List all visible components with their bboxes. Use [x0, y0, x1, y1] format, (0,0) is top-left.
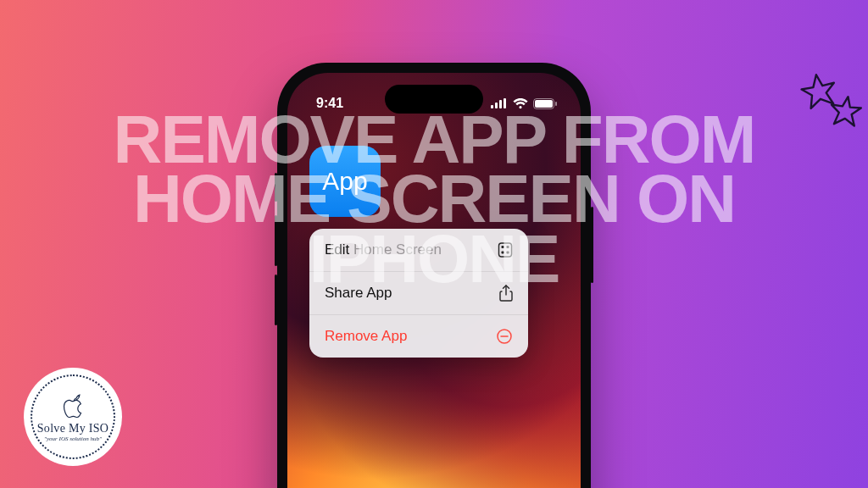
phone-volume-button-icon: [275, 274, 277, 325]
badge-dotted-ring-icon: [31, 374, 115, 459]
svg-rect-7: [499, 243, 512, 257]
menu-item-label: Remove App: [325, 328, 407, 345]
app-icon[interactable]: App: [309, 146, 381, 217]
svg-rect-1: [495, 103, 498, 108]
apps-grid-icon: [498, 242, 513, 258]
wifi-icon: [513, 98, 528, 109]
brand-badge: Solve My ISO "your IOS solution hub": [24, 368, 122, 466]
svg-rect-11: [507, 252, 509, 254]
status-time: 9:41: [316, 96, 343, 111]
phone-side-button-icon: [591, 207, 593, 283]
svg-rect-8: [502, 246, 504, 248]
share-icon: [499, 285, 513, 302]
menu-item-label: Edit Home Screen: [325, 241, 442, 258]
svg-rect-9: [507, 246, 509, 248]
doodle-stars-icon: [800, 71, 866, 134]
iphone-mockup: 9:41: [277, 63, 591, 488]
iphone-screen: 9:41: [287, 73, 581, 488]
cellular-signal-icon: [491, 98, 508, 108]
svg-rect-2: [499, 100, 502, 108]
status-bar: 9:41: [287, 73, 581, 122]
svg-rect-10: [502, 252, 504, 254]
svg-rect-6: [555, 102, 557, 106]
remove-circle-icon: [496, 328, 513, 345]
graphic-canvas: REMOVE APP FROM HOME SCREEN ON IPHONE So…: [0, 0, 868, 488]
svg-rect-3: [504, 98, 506, 108]
menu-item-label: Share App: [325, 285, 392, 302]
menu-item-share-app[interactable]: Share App: [309, 272, 528, 315]
svg-rect-5: [535, 100, 553, 108]
app-icon-label: App: [322, 167, 367, 196]
menu-item-remove-app[interactable]: Remove App: [309, 315, 528, 358]
battery-icon: [533, 98, 557, 109]
svg-rect-0: [491, 105, 493, 108]
app-context-menu: Edit Home Screen Share App: [309, 229, 528, 358]
menu-item-edit-home-screen[interactable]: Edit Home Screen: [309, 229, 528, 272]
